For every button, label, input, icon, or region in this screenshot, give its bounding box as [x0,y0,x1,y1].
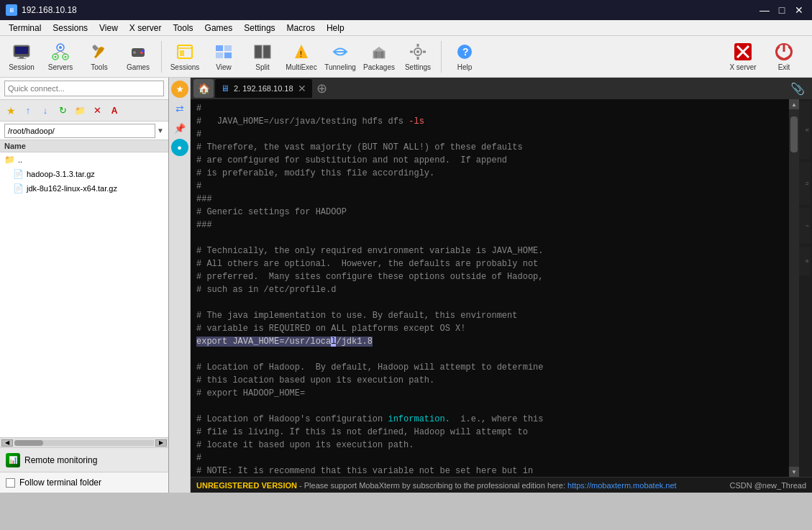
sidebar-toolbar: ★ ↑ ↓ ↻ 📁 ✕ A [0,100,168,122]
terminal-output[interactable]: # # JAVA_HOME=/usr/java/testing hdfs dfs… [191,99,789,477]
toolbar-help[interactable]: ? Help [446,38,483,76]
tunneling-icon [330,42,350,62]
terminal-line [196,296,783,309]
tab-close-btn[interactable]: ✕ [298,83,306,94]
menu-games[interactable]: Games [199,22,239,35]
sidebar-rename-btn[interactable]: A [106,103,122,119]
status-link[interactable]: https://mobaxterm.mobatek.net [567,481,677,490]
svg-rect-20 [224,45,232,51]
toolbar-exit[interactable]: Exit [766,38,802,76]
scroll-up-btn[interactable]: ▲ [789,99,799,109]
terminal-line: ### [196,219,783,232]
scroll-thumb[interactable] [790,116,798,152]
toolbar-sessions-label: Sessions [170,63,200,71]
sidebar-upload-btn[interactable]: ↑ [20,103,36,119]
menu-xserver[interactable]: X server [124,22,168,35]
file-item-hadoop-label: hadoop-3.1.3.tar.gz [27,170,95,178]
menu-sessions[interactable]: Sessions [47,22,93,35]
left-panel-nav-btn[interactable]: ⇄ [171,100,188,117]
toolbar-packages[interactable]: Packages [360,38,398,76]
file-item-label: .. [18,155,22,164]
sidebar-delete-btn[interactable]: ✕ [89,103,105,119]
toolbar-tools[interactable]: Tools [81,38,118,76]
tab-session-1[interactable]: 🖥 2. 192.168.10.18 ✕ [215,79,312,98]
toolbar-settings[interactable]: Settings [399,38,437,76]
toolbar-multiexec[interactable]: ! MultiExec [283,38,320,76]
right-sidebar-item-3[interactable]: r [799,208,811,244]
right-sidebar-item-4[interactable]: e [799,247,811,275]
sidebar-newfolder-btn[interactable]: 📁 [72,103,88,119]
menu-tools[interactable]: Tools [168,22,199,35]
sidebar-scroll-right[interactable]: ▶ [155,439,167,447]
pin-tab-btn[interactable]: 📎 [786,82,809,96]
toolbar-session-label: Session [9,63,35,71]
toolbar-servers[interactable]: Servers [42,38,79,76]
sidebar-path-dropdown[interactable]: ▼ [157,127,164,134]
terminal-line: # [196,180,783,193]
terminal-line: # is preferable, modify this file accord… [196,167,783,180]
toolbar-session[interactable]: Session [3,38,40,76]
left-panel-icons: ★ ⇄ 📌 ● [169,78,191,493]
terminal-export-line: export JAVA_HOME=/usr/local/jdk1.8 [196,335,783,348]
sessions-icon [175,42,195,62]
menu-bar: Terminal Sessions View X server Tools Ga… [0,20,812,36]
svg-point-13 [133,51,136,54]
sidebar-star-btn[interactable]: ★ [3,103,19,119]
status-bar: UNREGISTERED VERSION - Please support Mo… [191,477,812,493]
menu-view[interactable]: View [93,22,124,35]
tab-home-btn[interactable]: 🏠 [193,79,214,98]
status-text-left: UNREGISTERED VERSION - Please support Mo… [196,481,677,490]
toolbar-split-label: Split [255,63,269,71]
terminal-line: # variable is REQUIRED on ALL platforms … [196,322,783,335]
tab-add-btn[interactable]: ⊕ [316,81,327,96]
toolbar-packages-label: Packages [363,63,395,71]
toolbar-tunneling[interactable]: Tunneling [321,38,359,76]
toolbar-view[interactable]: View [205,38,242,76]
menu-macros[interactable]: Macros [281,22,321,35]
sidebar-path-input[interactable] [4,124,155,138]
sidebar-refresh-btn[interactable]: ↻ [55,103,70,119]
sidebar-scroll-left[interactable]: ◀ [1,439,13,447]
maximize-button[interactable]: □ [775,3,789,17]
svg-point-9 [65,56,67,58]
menu-settings[interactable]: Settings [238,22,280,35]
terminal-line: # file is living. If this is not defined… [196,426,783,439]
tab-label: 2. 192.168.10.18 [234,84,293,93]
terminal-line [196,232,783,245]
menu-help[interactable]: Help [321,22,350,35]
file-item-jdk-label: jdk-8u162-linux-x64.tar.gz [27,184,117,193]
toolbar-sessions[interactable]: Sessions [166,38,204,76]
svg-text:?: ? [462,46,469,58]
servers-icon [50,42,70,62]
svg-rect-3 [17,58,26,59]
status-text-right: CSDN @new_Thread [729,481,806,490]
file-item-jdk[interactable]: 📄 jdk-8u162-linux-x64.tar.gz [0,181,168,196]
toolbar-split[interactable]: Split [244,38,281,76]
left-panel-star-btn[interactable]: ★ [171,81,188,98]
sidebar-hscrollbar[interactable]: ◀ ▶ [0,437,168,447]
terminal-line: # NOTE: It is recommend that this variab… [196,465,783,477]
remote-monitoring-btn[interactable]: 📊 Remote monitoring [0,448,168,472]
left-panel-circle-btn[interactable]: ● [171,139,188,156]
quick-connect-input[interactable] [4,81,164,96]
menu-terminal[interactable]: Terminal [3,22,47,35]
sidebar-download-btn[interactable]: ↓ [37,103,53,119]
help-icon: ? [455,42,475,62]
file-item-parent[interactable]: 📁 .. [0,152,168,167]
svg-point-15 [142,50,145,52]
scroll-down-btn[interactable]: ▼ [789,467,799,477]
toolbar-xserver[interactable]: X server [721,38,765,76]
terminal-line: # Location of Hadoop's configuration inf… [196,413,783,426]
sidebar-column-header: Name [0,140,168,152]
minimize-button[interactable]: — [757,3,772,17]
sidebar-path-bar: ▼ [0,122,168,140]
toolbar-games[interactable]: Games [119,38,157,76]
file-item-hadoop[interactable]: 📄 hadoop-3.1.3.tar.gz [0,167,168,181]
right-sidebar-item-2[interactable]: n [799,162,811,205]
svg-point-5 [59,46,62,49]
terminal-line: # locate it based upon its execution pat… [196,439,783,452]
close-button[interactable]: ✕ [792,3,806,17]
right-sidebar-item-1[interactable]: k [799,101,811,159]
follow-terminal-checkbox[interactable] [6,478,15,488]
left-panel-pin-btn[interactable]: 📌 [171,119,188,137]
